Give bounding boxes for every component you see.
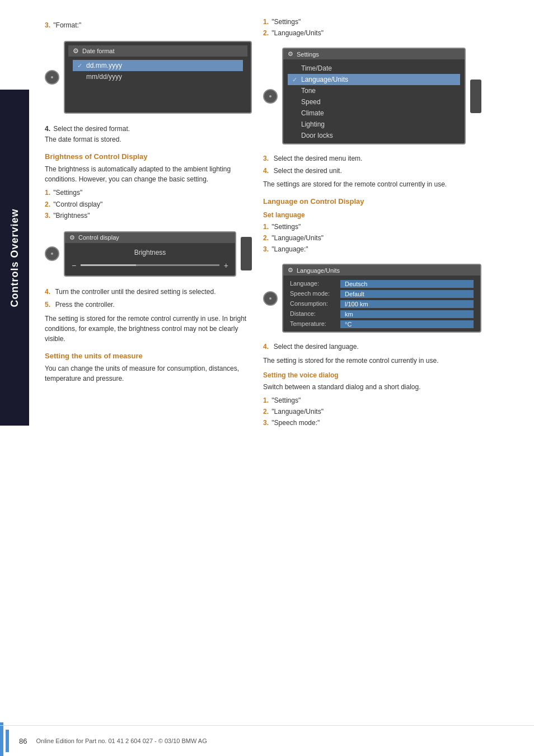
date-option-1: ✓ dd.mm.yyyy xyxy=(73,60,243,71)
voice-step1: 1. "Settings" xyxy=(263,395,481,406)
left-column: 3. "Format:" ⚙ Date format ✓ dd.mm.yyyy xyxy=(45,17,252,431)
step4-format: 4. Select the desired format. xyxy=(45,124,252,134)
brightness-step3-text: "Brightness" xyxy=(51,211,90,221)
right-btn xyxy=(241,237,252,270)
lang-label-distance: Distance: xyxy=(290,310,340,318)
date-format-screen-row: ⚙ Date format ✓ dd.mm.yyyy mm/dd/yyyy xyxy=(45,35,252,119)
step3-num: 3. xyxy=(45,21,50,29)
step3-format: 3. "Format:" xyxy=(45,20,252,31)
lang-row-consumption: Consumption: l/100 km xyxy=(285,299,478,309)
lang-screen: ⚙ Language/Units Language: Deutsch Speec… xyxy=(282,264,481,333)
brightness-step1-text: "Settings" xyxy=(51,188,82,198)
right-step3: 3. Select the desired menu item. xyxy=(263,153,481,164)
lang-screen-icon: ⚙ xyxy=(288,267,293,274)
step3-text: "Format:" xyxy=(53,21,81,29)
date-option-1-text: dd.mm.yyyy xyxy=(86,62,122,69)
lang-value-temp: °C xyxy=(340,320,474,328)
brightness-body: Brightness − + xyxy=(65,243,235,276)
settings-screen-title: Settings xyxy=(297,51,319,58)
lang-screen-box: ⚙ Language/Units Language: Deutsch Speec… xyxy=(282,259,481,337)
knob-left-brightness xyxy=(45,246,59,261)
brightness-step3-num: 3. xyxy=(45,211,50,221)
brightness-step5-text: Press the controller. xyxy=(53,301,114,309)
menu-time-date: Time/Date xyxy=(288,63,460,74)
menu-lang-units: ✓Language/Units xyxy=(288,74,460,85)
right-step3-text: Select the desired menu item. xyxy=(271,155,362,162)
right-step1: 1. "Settings" xyxy=(263,17,481,27)
lang-screen-body: Language: Deutsch Speech mode: Default C… xyxy=(283,277,480,332)
footer: 86 Online Edition for Part no. 01 41 2 6… xyxy=(0,725,534,756)
voice-sub: Setting the voice dialog xyxy=(263,371,481,379)
settings-screen-row: ⚙ Settings Time/Date ✓Language/Units Ton… xyxy=(263,43,481,149)
brightness-step4-num: 4. xyxy=(45,288,50,296)
footer-text: Online Edition for Part no. 01 41 2 604 … xyxy=(36,738,207,744)
settings-screen-box: ⚙ Settings Time/Date ✓Language/Units Ton… xyxy=(282,43,466,149)
menu-door-locks: Door locks xyxy=(288,130,460,141)
brightness-screen-row: ⚙ Control display Brightness − + xyxy=(45,226,252,282)
lang-value-speech: Default xyxy=(340,290,474,298)
menu-climate: Climate xyxy=(288,108,460,119)
knob-dot xyxy=(51,76,53,78)
settings-title-bar: ⚙ Settings xyxy=(283,49,465,59)
right-step4-num: 4. xyxy=(263,167,269,175)
brightness-note: The setting is stored for the remote con… xyxy=(45,314,252,344)
right-step2: 2. "Language/Units" xyxy=(263,28,481,39)
lang-step1: 1. "Settings" xyxy=(263,222,481,232)
lang-screen-row: ⚙ Language/Units Language: Deutsch Speec… xyxy=(263,259,481,337)
brightness-step5: 5. Press the controller. xyxy=(45,300,252,310)
lang-row-language: Language: Deutsch xyxy=(285,279,478,289)
knob-dot-3 xyxy=(269,95,271,97)
lang-value-consumption: l/100 km xyxy=(340,300,474,308)
date-format-body: ✓ dd.mm.yyyy mm/dd/yyyy xyxy=(68,58,247,85)
lang-value-language: Deutsch xyxy=(340,280,474,288)
voice-step2: 2. "Language/Units" xyxy=(263,407,481,417)
date-format-mockup: ⚙ Date format ✓ dd.mm.yyyy mm/dd/yyyy xyxy=(64,41,252,114)
lang-step3: 3. "Language:" xyxy=(263,244,481,255)
right-step3-num: 3. xyxy=(263,155,269,162)
right-step1-text: "Settings" xyxy=(270,17,301,27)
lang-row-speech: Speech mode: Default xyxy=(285,289,478,299)
menu-lighting: Lighting xyxy=(288,119,460,130)
slider-plus: + xyxy=(224,261,228,270)
menu-speed: Speed xyxy=(288,96,460,108)
date-option-2: mm/dd/yyyy xyxy=(73,71,243,82)
slider-minus: − xyxy=(72,261,76,270)
lang-label-language: Language: xyxy=(290,280,340,288)
settings-screen-icon: ⚙ xyxy=(288,50,293,58)
brightness-step2: 2. "Control display" xyxy=(45,199,252,210)
right-step2-text: "Language/Units" xyxy=(270,28,324,39)
step4-num: 4. xyxy=(45,125,50,133)
knob-left-lang xyxy=(263,291,278,306)
set-language-sub: Set language xyxy=(263,211,481,219)
units-desc: You can change the units of measure for … xyxy=(45,363,252,384)
lang-label-speech: Speech mode: xyxy=(290,290,340,298)
right-step2-num: 2. xyxy=(263,28,269,39)
right-note: The settings are stored for the remote c… xyxy=(263,179,481,189)
control-display-icon: ⚙ xyxy=(69,234,75,241)
knob-dot-2 xyxy=(51,253,53,255)
right-step4-text: Select the desired unit. xyxy=(271,167,341,175)
lang-screen-title: Language/Units xyxy=(297,267,340,274)
lang-note: The setting is stored for the remote con… xyxy=(263,356,481,366)
lang-row-distance: Distance: km xyxy=(285,309,478,319)
lang-steps: 1. "Settings" 2. "Language/Units" 3. "La… xyxy=(263,222,481,255)
units-header: Setting the units of measure xyxy=(45,352,252,360)
knob-left-settings xyxy=(263,89,278,104)
lang-step4: 4. Select the desired language. xyxy=(263,342,481,352)
footer-bar xyxy=(6,730,9,752)
settings-right-btn xyxy=(470,80,481,113)
brightness-step3: 3. "Brightness" xyxy=(45,211,252,221)
brightness-step2-text: "Control display" xyxy=(51,199,102,210)
date-format-title: Date format xyxy=(82,48,114,54)
voice-steps: 1. "Settings" 2. "Language/Units" 3. "Sp… xyxy=(263,395,481,429)
brightness-inner-label: Brightness xyxy=(134,249,166,256)
brightness-step4-text: Turn the controller until the desired se… xyxy=(53,288,216,296)
date-format-title-bar: ⚙ Date format xyxy=(68,45,247,57)
right-column: 1. "Settings" 2. "Language/Units" ⚙ Sett… xyxy=(263,17,481,431)
lang-label-temp: Temperature: xyxy=(290,320,340,328)
lang-step2: 2. "Language/Units" xyxy=(263,233,481,244)
brightness-step1-num: 1. xyxy=(45,188,50,198)
settings-menu: Time/Date ✓Language/Units Tone Speed Cli xyxy=(283,60,465,143)
right-step4: 4. Select the desired unit. xyxy=(263,166,481,176)
step4-text: Select the desired format. xyxy=(53,125,130,133)
